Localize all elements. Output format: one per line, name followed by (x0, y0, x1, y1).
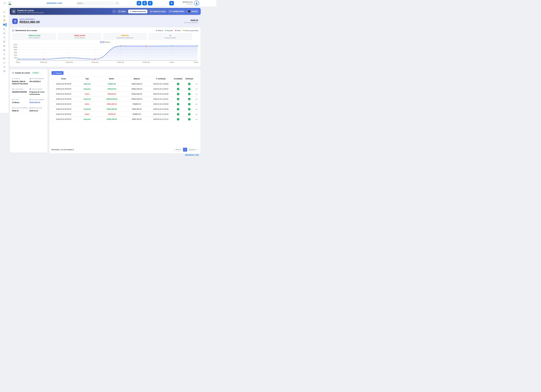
doc-icon (2, 27, 6, 31)
cell-acreditado (172, 88, 184, 90)
sidebar-item-home[interactable] (0, 10, 8, 14)
run-cron-button[interactable]: CORRER CRON (168, 10, 185, 13)
check-icon (177, 103, 179, 105)
help-button[interactable]: ? (112, 10, 116, 13)
cell-monto: -RD$1,000.00 (99, 103, 125, 105)
sidebar-item-location[interactable] (0, 52, 8, 56)
app-logo[interactable] (8, 1, 11, 5)
grid-icon (29, 88, 31, 90)
sidebar-item-cash-register[interactable]: $ (0, 19, 8, 22)
check-icon (188, 93, 191, 95)
next-page-button[interactable]: Siguiente > (187, 148, 198, 152)
cell-acreditado (172, 83, 184, 85)
sidebar-item-money[interactable]: $ (0, 15, 8, 18)
field-label: SALDO EN TRÁNSITO (14, 107, 28, 109)
edit-button[interactable]: Editar (117, 10, 127, 13)
footer-brand: SERVIDOR 2 CSD (185, 154, 199, 156)
cell-f-verificada: 2026-03-24 12:21:12 (149, 118, 172, 120)
legend-item-balance[interactable]: Balance (156, 30, 163, 31)
sidebar-item-folder[interactable] (0, 48, 8, 52)
stats-row: RD$12,110.00TOTAL DEPÓSITORD$1,150.00TOT… (13, 33, 192, 40)
sidebar-item-help[interactable]: ? (0, 69, 8, 73)
main-content: Estado de cuenta Listado de las transacc… (10, 8, 201, 153)
cell-actions: ••• (195, 118, 198, 120)
avatar[interactable] (194, 1, 199, 6)
legend-item-intereses-generados[interactable]: Intereses generados (183, 30, 198, 31)
account-field: PLAZO13 Meses (12, 97, 28, 106)
cell-actions: ••• (195, 93, 198, 95)
user-name: MCIRIACOS2 (177, 1, 193, 3)
row-actions-button[interactable]: ••• (196, 93, 198, 95)
sidebar-item-bank[interactable] (0, 36, 8, 39)
user-block[interactable]: MCIRIACOS2 Developer (177, 1, 193, 5)
row-actions-button[interactable]: ••• (196, 114, 198, 115)
column-header-acr: Acreditado (172, 78, 184, 80)
calculator-button[interactable] (142, 1, 147, 5)
column-header-balance: Balance (125, 78, 149, 80)
add-button[interactable] (137, 1, 141, 5)
cell-actions: ••• (195, 108, 198, 110)
series-legend-label: Balance (105, 41, 110, 43)
user-role: Developer (177, 3, 193, 5)
transit-balance-label: SALDO EN TRÁNSITO (184, 22, 198, 23)
svg-text:0: 0 (16, 60, 17, 61)
search-input[interactable] (78, 2, 116, 4)
sidebar-item-store[interactable] (0, 23, 8, 26)
notifications-button[interactable] (169, 1, 174, 5)
check-icon (177, 118, 179, 120)
cell-verificado (184, 118, 195, 120)
cell-tipo: Depósito (76, 83, 99, 85)
row-actions-button[interactable]: ••• (196, 98, 198, 100)
menu-icon[interactable] (3, 2, 6, 4)
cell-fecha: 2026-03-25 00:00:00 (52, 83, 76, 85)
row-actions-button[interactable]: ••• (196, 88, 198, 90)
page-1-button[interactable]: 1 (183, 148, 187, 152)
back-button[interactable]: VOLVER (186, 10, 199, 13)
cell-f-verificada: 2026-03-24 13:19:51 (149, 98, 172, 100)
sidebar-item-briefcase[interactable] (0, 31, 8, 35)
cell-f-verificada: 2026-03-24 13:05:49 (149, 103, 172, 105)
account-field: SALDO DISPONIBLERD$10,960.00 (29, 97, 46, 106)
legend-item-retiro[interactable]: Retiro (175, 30, 181, 31)
table-row: 2026-03-25 00:00:00Depósito+RD$100.00RD$… (52, 87, 198, 91)
home-icon (2, 10, 6, 14)
sidebar-item-history[interactable] (0, 57, 8, 60)
export-button[interactable]: Exportar (52, 71, 63, 75)
row-actions-button[interactable]: ••• (196, 109, 198, 110)
back-icon (188, 10, 191, 13)
cell-verificado (184, 88, 195, 90)
cell-balance: RD$950.00 (125, 113, 149, 115)
cell-acreditado (172, 98, 184, 100)
cell-tipo: Depósito (76, 118, 99, 120)
svg-text:?: ? (4, 70, 5, 72)
sidebar-item-documents[interactable] (0, 27, 8, 31)
column-header-ver: Verificado (184, 78, 195, 80)
user-avatar-icon (195, 2, 198, 5)
page-header-bar: Estado de cuenta Listado de las transacc… (10, 8, 201, 15)
legend-item-depósito[interactable]: Depósito (165, 30, 173, 31)
sidebar-item-reports[interactable] (0, 61, 8, 65)
check-icon (177, 113, 179, 115)
transit-balance-value: RD$0.00 (184, 19, 198, 21)
add-transaction-button[interactable]: Añadir transacción (128, 10, 148, 13)
row-actions-button[interactable]: ••• (196, 83, 198, 85)
prev-page-button[interactable]: < Anterior (173, 148, 183, 152)
sidebar-item-settings[interactable] (0, 65, 8, 69)
pagination: < Anterior 1 Siguiente > (173, 148, 198, 152)
svg-text:10000: 10000 (13, 47, 17, 48)
sidebar-item-calendar[interactable] (0, 40, 8, 43)
cell-acreditado (172, 113, 184, 115)
cart-button[interactable] (148, 1, 152, 5)
sidebar-item-credit-card[interactable] (0, 44, 8, 48)
row-actions-button[interactable]: ••• (196, 119, 198, 120)
row-actions-button[interactable]: ••• (196, 104, 198, 105)
legend-dot-icon (183, 30, 184, 31)
statement-button[interactable]: Estado de cuenta (148, 10, 167, 13)
svg-text:24 Mar (#5): 24 Mar (#5) (117, 62, 124, 63)
wallet-small-icon (29, 99, 31, 100)
series-legend[interactable]: Balance (12, 41, 198, 43)
svg-text:$: $ (4, 16, 5, 17)
column-header-monto: Monto (99, 78, 125, 80)
svg-text:25 Mar (#8): 25 Mar (#8) (194, 62, 198, 63)
legend-dot-icon (175, 30, 176, 31)
